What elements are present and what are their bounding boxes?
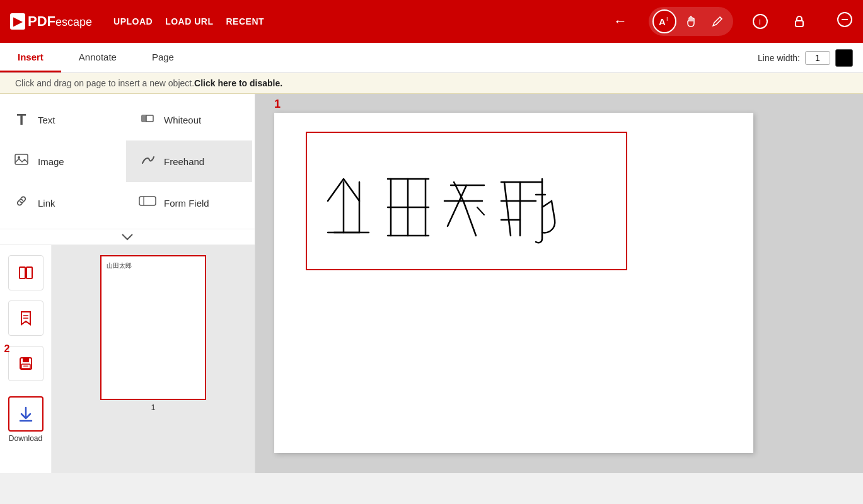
info-button[interactable]: i — [748, 9, 772, 33]
sidebar-save-btn[interactable] — [8, 346, 43, 381]
svg-rect-4 — [796, 21, 803, 26]
tool-text[interactable]: T Text — [0, 99, 126, 140]
insert-tools: T Text Whiteout — [0, 94, 255, 229]
color-swatch[interactable] — [835, 49, 853, 67]
svg-rect-15 — [26, 267, 32, 278]
pencil-tool[interactable] — [705, 9, 729, 33]
svg-rect-19 — [23, 358, 29, 362]
info-bar-text: Click and drag on page to insert a new o… — [15, 78, 194, 88]
tool-link-label: Link — [38, 198, 55, 209]
download-area: Download — [8, 396, 43, 443]
thumbnail-num-1: 1 — [100, 403, 206, 412]
line-width-input[interactable] — [805, 51, 830, 65]
page-wrapper: 1 — [274, 113, 753, 453]
tab-page[interactable]: Page — [134, 43, 192, 72]
svg-rect-12 — [139, 197, 156, 205]
nav-recent[interactable]: RECENT — [226, 16, 265, 26]
chevron-row[interactable] — [0, 229, 255, 245]
sidebar-bookmark-view[interactable] — [8, 301, 43, 336]
svg-rect-14 — [20, 267, 25, 278]
sidebar-pages-view[interactable] — [8, 255, 43, 290]
freehand-icon — [139, 152, 156, 171]
info-bar: Click and drag on page to insert a new o… — [0, 73, 863, 94]
tool-whiteout-label: Whiteout — [164, 115, 201, 125]
logo[interactable]: ▶ PDFescape — [10, 13, 92, 30]
logo-icon: ▶ — [10, 13, 25, 30]
download-button[interactable] — [8, 396, 43, 432]
main-layout: T Text Whiteout — [0, 94, 863, 473]
text-icon: T — [13, 111, 30, 129]
freehand-box — [306, 132, 627, 270]
link-icon — [13, 193, 30, 212]
sidebar-area: 2 — [0, 245, 255, 473]
image-icon — [13, 152, 30, 171]
download-label: Download — [9, 434, 42, 443]
tabs-row: Insert Annotate Page Line width: — [0, 43, 863, 73]
tool-freehand[interactable]: Freehand — [126, 140, 252, 182]
tool-link[interactable]: Link — [0, 182, 126, 224]
canvas-area: 1 — [255, 94, 863, 473]
whiteout-icon — [139, 110, 156, 129]
sidebar-badge: 2 — [4, 343, 10, 355]
svg-text:A: A — [659, 16, 666, 27]
thumbnail-frame-1: 山田太郎 — [100, 255, 206, 400]
thumbnail-text-1: 山田太郎 — [107, 261, 132, 270]
signature-svg — [315, 144, 618, 258]
page-number-label: 1 — [274, 98, 281, 111]
tool-image-label: Image — [38, 156, 64, 167]
logo-text: PDFescape — [28, 13, 92, 30]
nav-load-url[interactable]: LOAD URL — [165, 16, 213, 26]
svg-rect-10 — [15, 154, 28, 164]
nav-upload[interactable]: UPLOAD — [113, 16, 153, 26]
tab-annotate[interactable]: Annotate — [61, 43, 134, 72]
svg-rect-8 — [142, 115, 146, 122]
topbar: ▶ PDFescape UPLOAD LOAD URL RECENT ← A I — [0, 0, 863, 43]
tool-image[interactable]: Image — [0, 140, 126, 182]
hand-tool[interactable] — [679, 9, 703, 33]
tool-formfield-label: Form Field — [164, 198, 209, 209]
svg-text:I: I — [666, 16, 668, 22]
tool-whiteout[interactable]: Whiteout — [126, 99, 252, 140]
nav-links: UPLOAD LOAD URL RECENT — [113, 16, 264, 26]
tool-formfield[interactable]: Form Field — [126, 182, 252, 224]
sidebar-icons: 2 — [0, 245, 52, 473]
tool-group: A I — [649, 7, 733, 36]
minus-button[interactable] — [837, 11, 853, 32]
svg-rect-21 — [23, 365, 28, 367]
tab-insert[interactable]: Insert — [0, 43, 61, 72]
back-button[interactable]: ← — [613, 13, 627, 30]
pdf-page[interactable] — [274, 113, 753, 453]
sidebar-save-area: 2 — [8, 346, 43, 381]
tool-freehand-label: Freehand — [164, 156, 204, 167]
left-panel: T Text Whiteout — [0, 94, 255, 473]
formfield-icon — [139, 195, 156, 211]
text-select-tool[interactable]: A I — [652, 9, 676, 33]
lock-button[interactable] — [787, 9, 811, 33]
svg-text:i: i — [759, 17, 761, 26]
tool-text-label: Text — [38, 115, 55, 125]
line-width-label: Line width: — [758, 53, 800, 63]
thumbnails-panel: 山田太郎 1 — [52, 245, 255, 473]
thumbnail-1[interactable]: 山田太郎 1 — [100, 255, 206, 412]
info-bar-link[interactable]: Click here to disable. — [194, 78, 282, 88]
